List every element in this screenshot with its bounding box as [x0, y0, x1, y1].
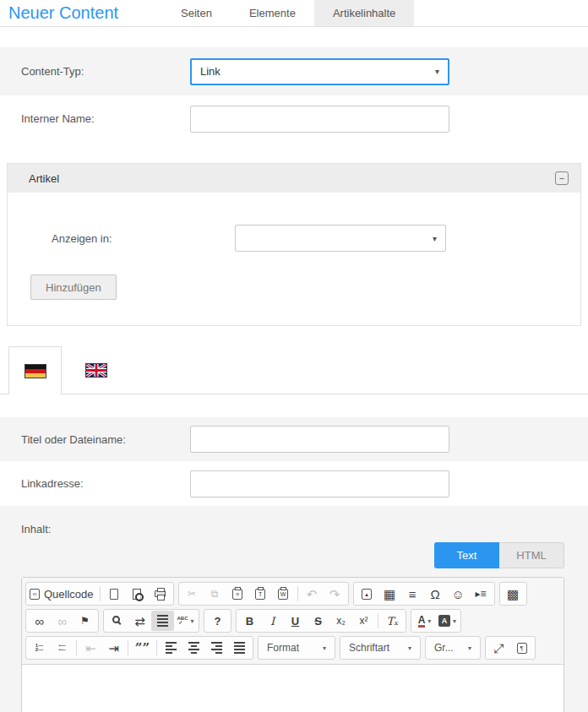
smiley-button[interactable]: ☺ — [447, 584, 470, 604]
title-or-filename-label: Titel oder Dateiname: — [0, 433, 190, 446]
image-button[interactable]: ▴ — [356, 584, 378, 604]
align-right-button[interactable] — [205, 638, 228, 658]
link-address-label: Linkadresse: — [0, 477, 190, 490]
toolbar-separator — [100, 586, 101, 601]
mode-html-button[interactable]: HTML — [499, 542, 564, 568]
align-justify-icon — [234, 642, 245, 654]
align-center-button[interactable] — [182, 638, 205, 658]
bg-color-button[interactable]: A▾ — [436, 611, 459, 631]
underline-button[interactable]: U — [284, 611, 307, 631]
qr-code-button[interactable]: ▩ — [502, 584, 525, 604]
toolbar-group: ⤢¶ — [485, 636, 536, 660]
print-button[interactable] — [149, 584, 172, 604]
blockquote-button[interactable]: ”” — [131, 638, 154, 658]
source-icon: ‹› — [30, 589, 40, 600]
outdent-button[interactable]: ⇤ — [79, 638, 102, 658]
link-button[interactable]: ∞ — [28, 611, 51, 631]
text-color-button[interactable]: A▾ — [413, 611, 436, 631]
language-tab-german[interactable] — [8, 346, 62, 394]
paragraph-format-dropdown[interactable]: Format▾ — [260, 638, 333, 658]
toolbar-separator — [297, 586, 298, 601]
internal-name-input[interactable] — [190, 106, 449, 133]
horizontal-rule-button[interactable]: ≡ — [401, 584, 424, 604]
title-or-filename-row: Titel oder Dateiname: — [0, 417, 588, 461]
copy-button[interactable]: ⧉ — [204, 584, 226, 604]
maximize-button[interactable]: ⤢ — [487, 638, 510, 658]
find-button[interactable] — [106, 611, 128, 631]
table-button[interactable]: ▦ — [378, 584, 401, 604]
ordered-list-button[interactable]: 1— 2— — [28, 638, 51, 658]
toolbar-group: ∞∞⚑ — [25, 609, 99, 633]
toolbar-separator — [156, 640, 157, 655]
link-address-row: Linkadresse: — [0, 461, 588, 506]
content-type-select[interactable]: Link ▾ — [190, 58, 449, 85]
paste-word-button[interactable]: W — [272, 584, 295, 604]
anchor-icon: ⚑ — [80, 616, 90, 626]
cut-button[interactable]: ✂ — [181, 584, 204, 604]
chevron-down-icon: ▾ — [323, 644, 326, 652]
indent-button[interactable]: ⇥ — [102, 638, 125, 658]
print-icon — [155, 590, 166, 597]
special-char-icon: Ω — [430, 588, 439, 601]
unlink-icon: ∞ — [57, 615, 67, 628]
spell-check-button[interactable]: ABC ✓▾ — [174, 611, 197, 631]
bold-icon: B — [246, 616, 253, 627]
bullet-list-button[interactable]: •— •— — [51, 638, 74, 658]
font-family-value: Schriftart — [349, 642, 389, 654]
align-justify-button[interactable] — [228, 638, 251, 658]
language-tabs — [0, 346, 588, 394]
editor-content-area[interactable] — [22, 665, 564, 712]
paragraph-format-value: Format — [267, 642, 299, 654]
editor-mode-toggle: Text HTML — [0, 542, 564, 568]
paste-text-icon: T — [255, 589, 265, 600]
new-page-button[interactable] — [103, 584, 126, 604]
replace-icon: ⇄ — [134, 615, 145, 628]
source-button[interactable]: ‹›Quellcode — [28, 584, 97, 604]
select-all-button[interactable] — [151, 611, 174, 631]
bullet-list-icon: •— •— — [58, 644, 65, 652]
preview-button[interactable] — [126, 584, 149, 604]
bold-button[interactable]: B — [238, 611, 261, 631]
align-left-button[interactable] — [160, 638, 182, 658]
subscript-button[interactable]: x₂ — [329, 611, 352, 631]
special-char-button[interactable]: Ω — [424, 584, 447, 604]
artikel-panel-header[interactable]: Artikel − — [8, 164, 580, 193]
tab-seiten[interactable]: Seiten — [162, 0, 231, 26]
subscript-icon: x₂ — [336, 616, 346, 626]
font-size-dropdown[interactable]: Gr...▾ — [427, 638, 478, 658]
add-button[interactable]: Hinzufügen — [30, 274, 117, 300]
qr-code-icon: ▩ — [507, 588, 519, 601]
paste-text-button[interactable]: T — [249, 584, 272, 604]
language-tab-english[interactable] — [79, 346, 113, 394]
italic-button[interactable]: I — [261, 611, 284, 631]
link-address-input[interactable] — [190, 470, 449, 497]
chevron-down-icon: ▾ — [433, 234, 437, 243]
tab-elemente[interactable]: Elemente — [231, 0, 314, 26]
undo-button[interactable]: ↶ — [301, 584, 324, 604]
artikel-panel: Artikel − Anzeigen in: ▾ Hinzufügen — [7, 163, 581, 326]
anchor-button[interactable]: ⚑ — [74, 611, 96, 631]
show-blocks-icon: ¶ — [517, 643, 527, 654]
preview-icon — [133, 589, 141, 600]
redo-button[interactable]: ↷ — [324, 584, 346, 604]
toolbar-separator — [128, 640, 128, 655]
mode-text-button[interactable]: Text — [434, 542, 499, 568]
about-button[interactable]: ? — [206, 611, 229, 631]
collapse-icon[interactable]: − — [555, 171, 569, 185]
outdent-icon: ⇤ — [85, 642, 96, 655]
show-blocks-button[interactable]: ¶ — [510, 638, 533, 658]
underline-icon: U — [291, 616, 299, 627]
strikethrough-button[interactable]: S — [307, 611, 329, 631]
paste-button[interactable]: ≡ — [226, 584, 249, 604]
toolbar-group: A▾A▾ — [411, 609, 461, 633]
title-or-filename-input[interactable] — [190, 426, 449, 453]
remove-format-button[interactable]: Tₓ — [381, 611, 404, 631]
replace-button[interactable]: ⇄ — [128, 611, 151, 631]
font-family-dropdown[interactable]: Schriftart▾ — [342, 638, 418, 658]
superscript-button[interactable]: x² — [352, 611, 375, 631]
page-break-button[interactable]: ▸≡ — [470, 584, 493, 604]
show-in-select[interactable]: ▾ — [235, 225, 446, 252]
toolbar-separator — [76, 640, 77, 655]
tab-artikelinhalte[interactable]: Artikelinhalte — [314, 0, 414, 26]
unlink-button[interactable]: ∞ — [51, 611, 74, 631]
